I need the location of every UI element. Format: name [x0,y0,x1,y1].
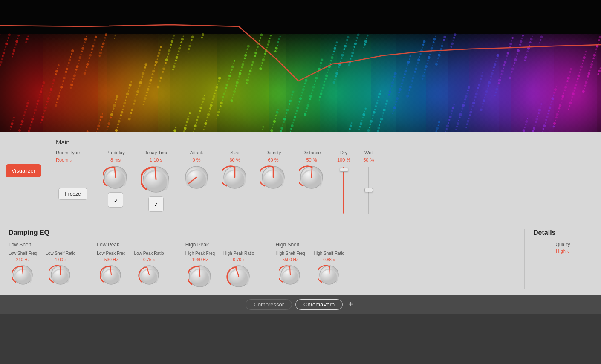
quality-value[interactable]: High [556,248,570,254]
decay-note-btn[interactable]: ♪ [148,196,164,212]
low-peak-freq-param: Low Peak Freq 530 Hz [97,251,125,286]
low-peak-params: Low Peak Freq 530 Hz Low Peak Ratio 0.75 [97,251,164,286]
main-controls: Main Room Type Room Freeze Predelay 8 ms [47,139,592,216]
predelay-note-btn[interactable]: ♪ [108,192,123,208]
eq-groups: Low Shelf Low Shelf Freq 210 Hz [9,242,524,289]
low-shelf-params: Low Shelf Freq 210 Hz Low Shelf Ratio 1.… [9,251,75,286]
damping-eq-section: Damping EQ Low Shelf Low Shelf Freq 210 … [9,229,524,289]
dry-label: Dry [340,150,347,155]
low-shelf-freq-param: Low Shelf Freq 210 Hz [9,251,37,286]
distance-value: 50 % [306,157,317,162]
low-peak-ratio-param: Low Peak Ratio 0.75 x [134,251,164,286]
low-shelf-freq-knob[interactable] [12,264,34,286]
low-peak-freq-knob[interactable] [100,264,122,286]
high-shelf-freq-label: High Shelf Freq [275,251,305,256]
density-label: Density [266,150,281,155]
room-type-value[interactable]: Room [56,157,72,162]
decay-time-knob[interactable] [141,165,171,194]
dry-track [343,167,344,214]
decay-time-value: 1.10 s [150,157,162,162]
compressor-tab[interactable]: Compressor [246,299,292,310]
svg-line-3 [155,168,156,179]
high-shelf-ratio-value: 0.88 x [323,257,335,262]
add-plugin-button[interactable]: + [346,300,355,309]
high-shelf-ratio-label: High Shelf Ratio [314,251,344,256]
visualizer-display [0,0,601,132]
high-peak-title: High Peak [185,242,254,248]
high-peak-freq-param: High Peak Freq 1960 Hz [185,251,215,289]
controls-row: Room Type Room Freeze Predelay 8 ms [56,150,592,216]
predelay-label: Predelay [106,150,124,155]
decay-time-group: Decay Time 1.10 s ♪ [141,150,171,212]
high-peak-freq-value: 1960 Hz [192,257,208,262]
low-shelf-ratio-knob[interactable] [49,264,72,286]
main-section: Visualizer Main Room Type Room Freeze Pr… [0,132,601,222]
high-peak-freq-knob[interactable] [188,264,212,289]
low-peak-title: Low Peak [97,242,164,248]
svg-line-25 [290,267,290,275]
footer: Compressor ChromaVerb + [0,295,601,314]
distance-group: Distance 50 % [299,150,324,190]
high-peak-ratio-param: High Peak Ratio 0.70 x [223,251,254,289]
bottom-section: Damping EQ Low Shelf Low Shelf Freq 210 … [0,222,601,295]
wet-label: Wet [364,150,373,155]
decay-time-label: Decay Time [144,150,168,155]
high-peak-group: High Peak High Peak Freq 1960 Hz [185,242,254,289]
damping-eq-title: Damping EQ [9,229,524,237]
dry-thumb[interactable] [340,168,348,172]
freeze-button[interactable]: Freeze [58,188,87,200]
visualizer-button[interactable]: Visualizer [6,164,41,177]
high-peak-params: High Peak Freq 1960 Hz High Peak Ratio 0… [185,251,254,289]
main-title: Main [56,139,592,146]
attack-group: Attack 0 % [184,150,209,190]
high-shelf-ratio-param: High Shelf Ratio 0.88 x [314,251,344,286]
room-type-label: Room Type [56,150,80,155]
low-peak-freq-label: Low Peak Freq [97,251,125,256]
density-knob[interactable] [260,165,286,190]
high-peak-ratio-knob[interactable] [226,264,251,289]
wet-slider-group: Wet 50 % [363,150,374,216]
size-knob[interactable] [222,165,248,190]
low-shelf-freq-label: Low Shelf Freq [9,251,37,256]
details-section: Details Quality High [524,229,592,289]
high-shelf-freq-knob[interactable] [279,264,301,286]
low-peak-ratio-value: 0.75 x [143,257,155,262]
size-group: Size 60 % [222,150,248,190]
high-peak-ratio-value: 0.70 x [233,257,245,262]
high-peak-freq-label: High Peak Freq [185,251,215,256]
freeze-group: Freeze [56,167,90,200]
details-title: Details [533,229,592,237]
dry-slider[interactable] [339,165,349,216]
attack-value: 0 % [193,157,201,162]
predelay-knob[interactable] [103,165,128,190]
predelay-group: Predelay 8 ms ♪ [103,150,128,208]
wet-value: 50 % [363,157,374,162]
high-shelf-freq-param: High Shelf Freq 5500 Hz [275,251,305,286]
low-peak-group: Low Peak Low Peak Freq 530 Hz [97,242,164,289]
density-value: 60 % [268,157,278,162]
high-shelf-group: High Shelf High Shelf Freq 5500 Hz [275,242,344,289]
dry-value: 100 % [337,157,350,162]
wet-thumb[interactable] [364,188,373,192]
low-peak-ratio-label: Low Peak Ratio [134,251,164,256]
dry-slider-group: Dry 100 % [337,150,350,216]
wet-slider[interactable] [364,165,374,216]
high-shelf-freq-value: 5500 Hz [282,257,298,262]
quality-label: Quality [555,242,570,247]
high-shelf-params: High Shelf Freq 5500 Hz High Shelf Ratio [275,251,344,286]
spectrum-canvas [0,0,601,132]
svg-line-27 [329,267,329,275]
low-peak-ratio-knob[interactable] [138,264,160,286]
attack-knob[interactable] [184,165,209,190]
high-shelf-ratio-knob[interactable] [318,264,340,286]
low-shelf-title: Low Shelf [9,242,75,248]
room-type-group: Room Type Room [56,150,90,162]
size-value: 60 % [229,157,240,162]
svg-line-11 [312,168,312,177]
wet-track [368,167,369,214]
chromaverb-tab[interactable]: ChromaVerb [295,299,343,310]
distance-knob[interactable] [299,165,324,190]
high-shelf-title: High Shelf [275,242,344,248]
visualizer-btn-area: Visualizer [0,139,47,177]
size-label: Size [230,150,239,155]
